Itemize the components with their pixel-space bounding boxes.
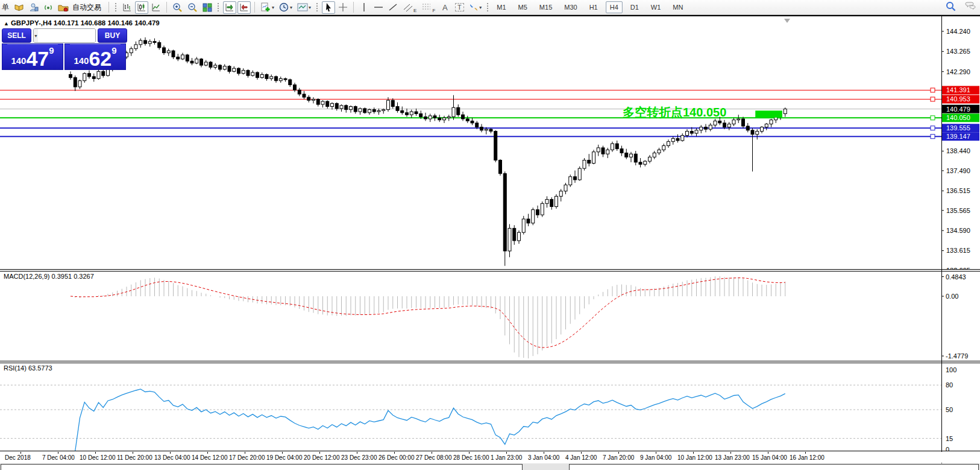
- auto-scroll-icon[interactable]: [223, 1, 236, 14]
- main-chart-panel[interactable]: 144.240143.265142.290138.440137.490136.5…: [0, 15, 980, 269]
- signals-icon[interactable]: [42, 1, 55, 14]
- time-label: Dec 2018: [5, 454, 31, 461]
- zoom-in-icon[interactable]: [171, 1, 184, 14]
- time-label: 17 Dec 20:00: [229, 454, 265, 461]
- time-label: 4 Jan 12:00: [565, 454, 597, 461]
- timeframe-m1[interactable]: M1: [492, 1, 510, 13]
- timeframe-w1[interactable]: W1: [647, 1, 665, 13]
- timeframe-d1[interactable]: D1: [626, 1, 643, 13]
- order-book-icon[interactable]: [12, 1, 26, 14]
- volume-input[interactable]: [38, 29, 96, 42]
- svg-text:135.565: 135.565: [946, 207, 970, 214]
- time-label: 19 Dec 04:00: [266, 454, 303, 461]
- one-click-trading-panel: SELL ▼ ▲ BUY 140 47 9 140 62 9: [2, 28, 127, 70]
- period-button[interactable]: ▾: [277, 1, 294, 14]
- fibonacci-icon[interactable]: F: [419, 1, 437, 14]
- chart-window-tab[interactable]: [1, 464, 523, 470]
- time-label: 10 Jan 12:00: [677, 454, 712, 461]
- time-tick: [245, 452, 245, 454]
- template-button[interactable]: ▾: [295, 1, 313, 14]
- profile-icon[interactable]: [27, 1, 40, 14]
- autotrade-icon: [58, 3, 69, 11]
- time-tick: [730, 452, 731, 454]
- timeframe-group: M1M5M15M30H1H4D1W1MN: [492, 1, 687, 13]
- text-icon[interactable]: A: [438, 1, 451, 14]
- time-label: 28 Dec 16:00: [453, 454, 489, 461]
- autotrade-button[interactable]: 自动交易: [56, 1, 105, 14]
- rsi-panel[interactable]: 1008050150 RSI(14) 63.5773: [0, 363, 980, 451]
- timeframe-mn[interactable]: MN: [668, 1, 687, 13]
- volume-stepper: ▼ ▲: [33, 28, 96, 43]
- bar-chart-icon[interactable]: [121, 1, 134, 14]
- chevron-down-icon: ▾: [309, 5, 311, 10]
- chart-title: ▲GBPJPY-,H4 140.171 140.688 140.146 140.…: [4, 19, 160, 27]
- chart-window-tab[interactable]: [569, 464, 979, 470]
- timeframe-h1[interactable]: H1: [585, 1, 602, 13]
- price-axis-line: [941, 15, 942, 463]
- collapse-panel-arrow[interactable]: ▲: [4, 21, 9, 27]
- time-label: 15 Jan 04:00: [752, 454, 787, 461]
- arrows-button[interactable]: ▾: [467, 1, 483, 14]
- sell-button[interactable]: SELL: [2, 28, 31, 43]
- crosshair-icon[interactable]: [336, 1, 350, 14]
- add-indicator-button[interactable]: ▾: [259, 1, 276, 14]
- horizontal-line-icon[interactable]: [372, 1, 385, 14]
- pivot-annotation[interactable]: 多空转折点140.050: [623, 106, 726, 119]
- time-tick: [95, 452, 96, 454]
- label-icon[interactable]: T: [453, 1, 466, 14]
- search-icon[interactable]: [946, 1, 956, 14]
- candles: [69, 37, 787, 266]
- svg-text:141.391: 141.391: [946, 86, 970, 94]
- time-label: 26 Dec 00:00: [378, 454, 415, 461]
- time-tick: [170, 452, 171, 454]
- buy-price-display[interactable]: 140 62 9: [64, 43, 126, 70]
- candlestick-chart-icon[interactable]: [135, 1, 148, 14]
- time-label: 14 Dec 12:00: [192, 454, 228, 461]
- time-tick: [693, 452, 694, 454]
- volume-decrease-button[interactable]: ▼: [34, 29, 38, 42]
- timeframe-m15[interactable]: M15: [535, 1, 556, 13]
- green-box-annotation[interactable]: [755, 110, 782, 118]
- rsi-line: [75, 389, 785, 451]
- svg-text:139.555: 139.555: [946, 124, 970, 132]
- time-label: 7 Jan 20:00: [603, 454, 634, 461]
- zoom-out-icon[interactable]: [186, 1, 199, 14]
- vertical-line-icon[interactable]: [357, 1, 371, 14]
- macd-panel[interactable]: 0.48430.00-1.4779 MACD(12,26,9) 0.3951 0…: [0, 272, 980, 361]
- svg-text:100: 100: [946, 366, 956, 373]
- time-tick: [207, 452, 208, 454]
- line-chart-icon[interactable]: [149, 1, 163, 14]
- time-tick: [618, 452, 619, 454]
- channel-icon[interactable]: E: [401, 1, 418, 14]
- chart-shift-icon[interactable]: [237, 1, 251, 14]
- svg-text:15: 15: [946, 435, 953, 442]
- chart-title-text: GBPJPY-,H4 140.171 140.688 140.146 140.4…: [11, 19, 160, 27]
- buy-button[interactable]: BUY: [98, 28, 127, 43]
- trendline-icon[interactable]: [386, 1, 400, 14]
- window-tab-bar: [0, 463, 980, 470]
- chat-icon[interactable]: [964, 2, 976, 14]
- chart-shift-marker[interactable]: [784, 19, 790, 23]
- new-order-button[interactable]: 单: [0, 2, 11, 13]
- svg-text:140.050: 140.050: [946, 114, 970, 121]
- time-label: 16 Jan 12:00: [790, 454, 825, 461]
- tile-windows-icon[interactable]: [201, 1, 214, 14]
- arrows-icon: [469, 3, 479, 12]
- time-tick: [58, 452, 58, 454]
- svg-text:133.615: 133.615: [946, 247, 970, 254]
- time-label: 20 Dec 12:00: [304, 454, 340, 461]
- timeframe-h4[interactable]: H4: [606, 1, 623, 13]
- svg-text:138.440: 138.440: [946, 147, 970, 154]
- timeframe-m5[interactable]: M5: [514, 1, 532, 13]
- svg-text:140.953: 140.953: [946, 95, 970, 103]
- timeframe-m30[interactable]: M30: [560, 1, 581, 13]
- svg-text:0.4843: 0.4843: [946, 273, 966, 281]
- sell-price-display[interactable]: 140 47 9: [2, 43, 63, 70]
- time-label: 1 Jan 23:00: [491, 454, 522, 461]
- time-tick: [394, 452, 395, 454]
- add-indicator-icon: [260, 2, 271, 12]
- time-tick: [319, 452, 320, 454]
- time-axis[interactable]: Dec 20187 Dec 04:0010 Dec 12:0011 Dec 20…: [0, 452, 980, 463]
- cursor-icon[interactable]: [322, 1, 335, 14]
- svg-text:139.147: 139.147: [946, 133, 970, 140]
